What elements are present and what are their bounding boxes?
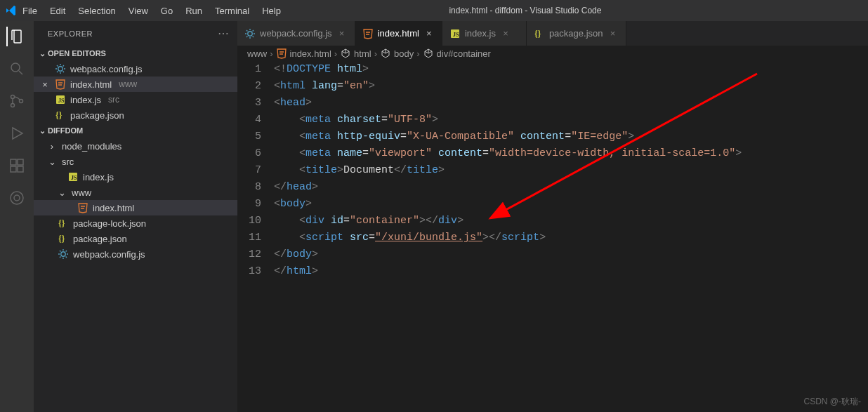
close-icon[interactable]: × bbox=[336, 28, 348, 39]
cube-icon bbox=[340, 48, 351, 59]
chevron-right-icon: › bbox=[334, 48, 337, 59]
svg-rect-11 bbox=[18, 159, 23, 165]
titlebar: FileEditSelectionViewGoRunTerminalHelp i… bbox=[0, 0, 868, 21]
tab-label: index.html bbox=[378, 28, 419, 39]
file-item[interactable]: index.html bbox=[34, 200, 237, 215]
window-title: index.html - diffdom - Visual Studio Cod… bbox=[287, 6, 764, 15]
sidebar-title: EXPLORER bbox=[48, 29, 93, 38]
svg-point-12 bbox=[11, 192, 23, 204]
menu-edit[interactable]: Edit bbox=[44, 3, 71, 19]
json-icon bbox=[58, 233, 69, 244]
breadcrumb-item[interactable]: index.html bbox=[290, 48, 331, 59]
folder-name: src bbox=[62, 157, 74, 167]
folder-item[interactable]: › node_modules bbox=[34, 138, 237, 154]
search-icon[interactable] bbox=[7, 59, 27, 79]
more-icon[interactable]: ⋯ bbox=[218, 27, 230, 40]
js-icon bbox=[449, 28, 461, 39]
file-name: package-lock.json bbox=[73, 218, 146, 229]
menu-help[interactable]: Help bbox=[256, 3, 287, 19]
tab-package-json[interactable]: package.json × bbox=[527, 21, 626, 46]
svg-point-4 bbox=[11, 63, 20, 72]
gear-icon bbox=[55, 63, 66, 74]
code-content[interactable]: <!DOCTYPE html><html lang="en"><head> <m… bbox=[274, 61, 868, 412]
svg-point-13 bbox=[14, 195, 20, 201]
gear-icon bbox=[244, 28, 256, 39]
json-icon bbox=[55, 109, 66, 121]
activity-bar bbox=[0, 21, 34, 412]
file-meta: src bbox=[108, 95, 119, 105]
js-icon bbox=[67, 171, 79, 182]
file-item[interactable]: webpack.config.js bbox=[34, 246, 237, 262]
open-editor-item[interactable]: index.js src bbox=[34, 92, 237, 107]
source-control-icon[interactable] bbox=[7, 91, 27, 111]
file-name: package.json bbox=[73, 234, 127, 244]
extensions-icon[interactable] bbox=[7, 156, 27, 175]
gear-icon bbox=[58, 248, 69, 260]
breadcrumb-item[interactable]: html bbox=[354, 48, 371, 59]
menu-selection[interactable]: Selection bbox=[72, 3, 121, 19]
chevron-down-icon: ⌄ bbox=[56, 187, 67, 198]
close-icon[interactable]: × bbox=[500, 28, 511, 39]
menu-view[interactable]: View bbox=[123, 3, 154, 19]
chevron-right-icon: › bbox=[374, 48, 377, 59]
file-item[interactable]: package.json bbox=[34, 231, 237, 246]
html-icon bbox=[77, 202, 88, 213]
cube-icon bbox=[423, 48, 434, 59]
cube-icon bbox=[380, 48, 391, 59]
explorer-icon[interactable] bbox=[6, 27, 26, 46]
file-name: index.js bbox=[83, 172, 114, 182]
menu-go[interactable]: Go bbox=[155, 3, 178, 19]
chevron-down-icon: ⌄ bbox=[46, 157, 58, 167]
chevron-right-icon: › bbox=[416, 48, 419, 59]
open-editor-item[interactable]: × index.html www bbox=[34, 77, 237, 92]
json-icon bbox=[58, 218, 69, 229]
breadcrumb-item[interactable]: div#container bbox=[437, 48, 491, 59]
cube-icon bbox=[276, 48, 287, 59]
chevron-right-icon: › bbox=[270, 48, 272, 59]
tab-webpack-config-js[interactable]: webpack.config.js × bbox=[237, 21, 355, 46]
debug-icon[interactable] bbox=[7, 124, 27, 143]
close-icon[interactable]: × bbox=[423, 28, 435, 39]
close-icon[interactable]: × bbox=[39, 79, 51, 90]
menu-terminal[interactable]: Terminal bbox=[209, 3, 255, 19]
menu-file[interactable]: File bbox=[17, 3, 43, 19]
tab-index-html[interactable]: index.html × bbox=[355, 21, 442, 46]
remote-icon[interactable] bbox=[7, 188, 27, 208]
svg-point-7 bbox=[20, 100, 23, 103]
file-name: webpack.config.js bbox=[73, 249, 145, 260]
open-editor-item[interactable]: webpack.config.js bbox=[34, 61, 237, 77]
file-item[interactable]: index.js bbox=[34, 169, 237, 185]
svg-rect-8 bbox=[11, 159, 16, 165]
file-meta: www bbox=[119, 79, 137, 89]
breadcrumb-item[interactable]: body bbox=[394, 48, 414, 59]
menu-run[interactable]: Run bbox=[180, 3, 208, 19]
html-icon bbox=[55, 79, 66, 90]
tab-label: package.json bbox=[549, 28, 603, 39]
svg-point-5 bbox=[11, 95, 15, 99]
breadcrumb-item[interactable]: www bbox=[247, 48, 267, 59]
tab-label: index.js bbox=[465, 28, 496, 39]
open-editor-item[interactable]: package.json bbox=[34, 107, 237, 123]
file-name: index.html bbox=[70, 79, 112, 90]
open-editors-header[interactable]: ⌄ OPEN EDITORS bbox=[34, 46, 237, 61]
editor-area: webpack.config.js × index.html × index.j… bbox=[237, 21, 868, 412]
file-item[interactable]: package-lock.json bbox=[34, 215, 237, 231]
project-tree: › node_modules ⌄ src index.js ⌄ www inde… bbox=[34, 138, 237, 262]
js-icon bbox=[55, 94, 66, 105]
svg-point-6 bbox=[11, 104, 15, 107]
folder-item[interactable]: ⌄ src bbox=[34, 154, 237, 169]
folder-name: www bbox=[72, 187, 91, 198]
folder-item[interactable]: ⌄ www bbox=[34, 185, 237, 200]
chevron-down-icon: ⌄ bbox=[37, 49, 48, 58]
code-editor[interactable]: 12345678910111213 <!DOCTYPE html><html l… bbox=[237, 61, 868, 412]
breadcrumb[interactable]: www ›index.html ›html ›body ›div#contain… bbox=[237, 46, 868, 61]
sidebar: EXPLORER ⋯ ⌄ OPEN EDITORS webpack.config… bbox=[34, 21, 237, 412]
editor-tabs: webpack.config.js × index.html × index.j… bbox=[237, 21, 868, 46]
project-header[interactable]: ⌄ DIFFDOM bbox=[34, 123, 237, 138]
watermark: CSDN @-耿瑞- bbox=[803, 396, 861, 408]
line-gutter: 12345678910111213 bbox=[237, 61, 274, 412]
close-icon[interactable]: × bbox=[607, 28, 619, 39]
menubar: FileEditSelectionViewGoRunTerminalHelp bbox=[17, 3, 287, 19]
tab-index-js[interactable]: index.js × bbox=[442, 21, 527, 46]
chevron-down-icon: ⌄ bbox=[37, 126, 48, 135]
